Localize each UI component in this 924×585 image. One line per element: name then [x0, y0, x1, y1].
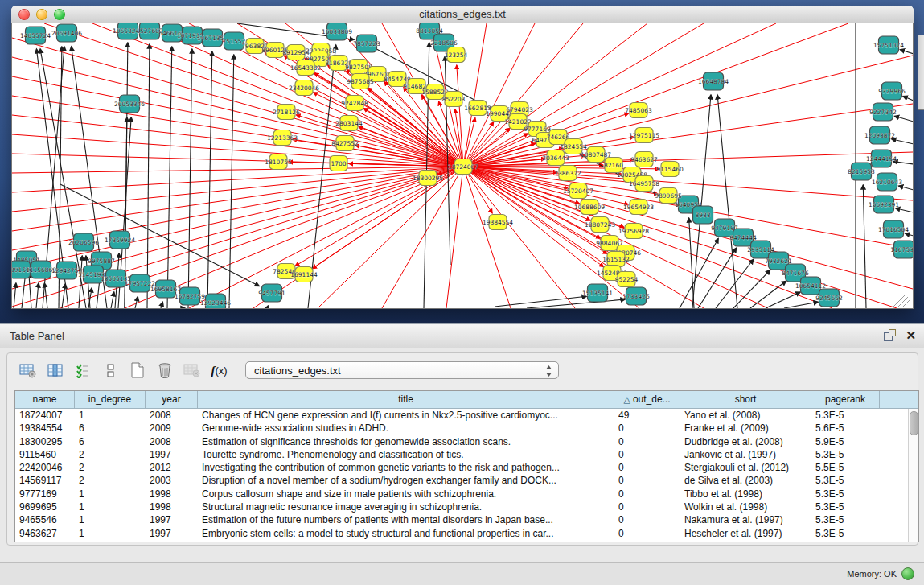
table-cell: 6	[75, 422, 146, 435]
table-selector-dropdown[interactable]: citations_edges.txt	[245, 361, 559, 379]
table-cell: 6	[75, 435, 146, 448]
table-row[interactable]: 1872400712008Changes of HCN gene express…	[15, 409, 909, 422]
table-cell: 5.3E-5	[811, 409, 880, 422]
network-canvas[interactable]: 1405572420691406106532471527602646616010…	[12, 23, 913, 308]
graph-node[interactable]: 9227342	[869, 103, 897, 121]
table-scrollbar[interactable]	[908, 409, 918, 542]
svg-text:12923446: 12923446	[200, 299, 231, 307]
function-builder-icon[interactable]: f(x)	[208, 360, 230, 380]
memory-status-label: Memory: OK	[847, 569, 897, 579]
close-panel-icon[interactable]: ✕	[906, 329, 916, 341]
graph-node[interactable]: 1700	[330, 156, 347, 171]
column-header-title[interactable]: title	[198, 391, 614, 408]
svg-text:18807243: 18807243	[585, 221, 615, 229]
table-cell: 0	[614, 488, 680, 501]
svg-text:952254: 952254	[615, 276, 639, 283]
table-cell: 1	[75, 409, 146, 422]
svg-text:7386372: 7386372	[554, 170, 581, 177]
table-row[interactable]: 946554611997Estimation of the future num…	[15, 513, 909, 526]
table-cell: Jankovic et al. (1997)	[680, 448, 811, 461]
svg-text:852203: 852203	[442, 96, 466, 103]
graph-node[interactable]: 9329966	[878, 82, 906, 100]
graph-node[interactable]: 1733426	[622, 287, 650, 305]
table-row[interactable]: 1830029562008Estimation of significance …	[15, 435, 909, 448]
graph-node[interactable]: 9457791	[258, 284, 285, 302]
table-cell: Yano et al. (2008)	[680, 409, 811, 422]
graph-node[interactable]: 952254	[615, 272, 639, 287]
graph-node[interactable]: 1167533	[890, 241, 913, 258]
table-cell: 9777169	[15, 488, 75, 501]
table-settings-icon[interactable]	[17, 360, 39, 380]
table-cell: 5.3E-5	[811, 474, 880, 487]
graph-node[interactable]: 8933	[693, 206, 713, 224]
minimize-window-button[interactable]	[36, 9, 47, 20]
table-row[interactable]: 977716911998Corpus callosum shape and si…	[15, 488, 909, 501]
svg-text:8427552: 8427552	[331, 140, 359, 147]
table-row[interactable]: 1456911722003Disruption of a novel membe…	[15, 474, 909, 487]
delete-column-icon[interactable]	[154, 360, 175, 380]
svg-text:9875685: 9875685	[347, 78, 374, 85]
table-cell: 9463627	[15, 527, 75, 540]
svg-text:8933: 8933	[695, 212, 710, 219]
table-cell: Embryonic stem cells: a model to study s…	[198, 527, 614, 540]
svg-text:8454749: 8454749	[384, 76, 411, 83]
table-cell: Genome-wide association studies in ADHD.	[198, 422, 614, 435]
svg-text:15692391: 15692391	[869, 201, 899, 208]
svg-text:20691406: 20691406	[51, 30, 82, 37]
table-row[interactable]: 1938455462009Genome-wide association stu…	[15, 422, 909, 435]
svg-text:10654112: 10654112	[795, 282, 826, 290]
svg-text:7485063: 7485063	[625, 107, 652, 114]
graph-node[interactable]: 8215953	[848, 163, 875, 180]
svg-text:12213363: 12213363	[267, 134, 298, 142]
node-table: namein_degreeyeartitle△out_de...shortpag…	[14, 390, 919, 542]
table-row[interactable]: 946362711997Embryonic stem cells: a mode…	[15, 527, 909, 540]
table-cell: 1998	[146, 488, 198, 501]
svg-text:19654923: 19654923	[623, 204, 654, 211]
table-row[interactable]: 911546021997Tourette syndrome. Phenomeno…	[15, 448, 909, 461]
column-header-name[interactable]: name	[15, 391, 75, 408]
svg-text:1167533: 1167533	[890, 246, 913, 253]
application-root: citations_edges.txt 14055724206914061065…	[0, 0, 924, 585]
table-row[interactable]: 969969511998Structural magnetic resonanc…	[15, 501, 909, 513]
svg-text:9115460: 9115460	[656, 166, 684, 173]
table-cell: 1998	[146, 501, 198, 513]
column-header-in_degree[interactable]: in_degree	[75, 391, 146, 408]
svg-text:1824554: 1824554	[560, 143, 587, 150]
table-cell: 9115460	[15, 448, 75, 461]
table-scrollbar-thumb[interactable]	[910, 411, 918, 435]
table-row[interactable]: 2242004622012Investigating the contribut…	[15, 461, 909, 474]
column-header-year[interactable]: year	[146, 391, 198, 408]
merge-columns-icon[interactable]	[99, 360, 121, 380]
new-column-icon[interactable]	[126, 360, 148, 380]
graph-node[interactable]: 7857223	[353, 35, 380, 52]
column-checklist-icon[interactable]	[72, 360, 93, 380]
column-visibility-icon[interactable]	[44, 360, 66, 380]
table-panel-header: Table Panel ✕	[0, 323, 924, 348]
table-cell: 5.6E-5	[811, 422, 880, 435]
table-cell: 1997	[146, 527, 198, 540]
delete-table-disabled-icon[interactable]	[181, 360, 203, 380]
graph-window-titlebar[interactable]: citations_edges.txt	[11, 6, 914, 23]
svg-text:1700: 1700	[331, 160, 346, 167]
svg-text:17016504: 17016504	[878, 226, 909, 233]
graph-node[interactable]: 123254	[445, 47, 468, 63]
svg-text:8471676: 8471676	[782, 270, 809, 277]
table-cell: Franke et al. (2009)	[680, 422, 811, 435]
svg-text:12093872: 12093872	[864, 132, 895, 139]
table-cell: Stergiakouli et al. (2012)	[680, 461, 811, 474]
svg-text:123254: 123254	[445, 51, 468, 59]
svg-text:16958167: 16958167	[150, 286, 181, 293]
float-panel-icon[interactable]	[884, 329, 896, 341]
column-header-pagerank[interactable]: pagerank	[811, 391, 880, 408]
column-header-short[interactable]: short	[680, 391, 811, 408]
graph-node[interactable]: 852203	[442, 92, 466, 107]
close-window-button[interactable]	[18, 9, 30, 20]
graph-node[interactable]: 9245652	[815, 289, 843, 307]
column-header-out_de[interactable]: △out_de...	[614, 391, 680, 408]
svg-text:19756928: 19756928	[618, 228, 649, 235]
svg-text:9457791: 9457791	[258, 290, 285, 297]
sort-ascending-icon: △	[623, 394, 630, 404]
svg-text:18300295: 18300295	[413, 175, 443, 182]
svg-text:8215953: 8215953	[848, 168, 875, 175]
zoom-window-button[interactable]	[54, 9, 65, 20]
